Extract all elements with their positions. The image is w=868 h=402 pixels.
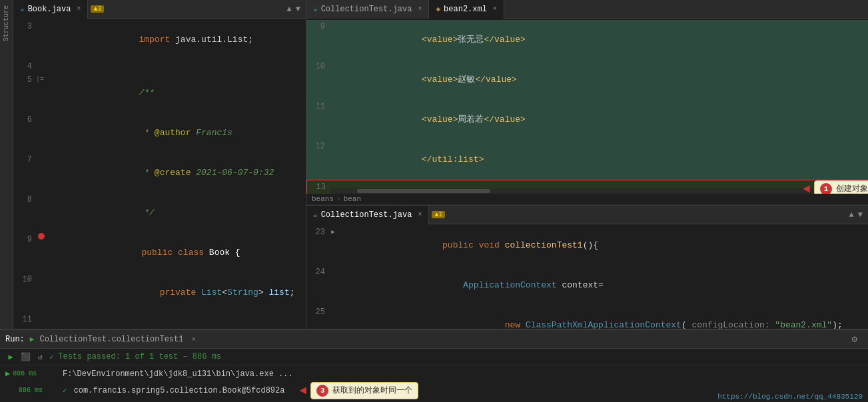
run-checkmark-2: ✓ <box>63 384 67 397</box>
right-bottom-panel: ☕ CollectionTest.java × ▲1 ▲ ▼ 23 ▶ <box>306 206 868 329</box>
code-line-4: 4 <box>13 60 306 73</box>
run-toolbar: ▶ ⬛ ↺ ✓ Tests passed: 1 of 1 test – 886 … <box>0 349 868 365</box>
right-top-tab-bar: ☕ CollectionTest.java × ◈ bean2.xml × <box>306 0 868 19</box>
warning-badge-bottom: ▲1 <box>432 211 445 218</box>
run-text-2: com.francis.spring5.collection.Book@5fcd… <box>74 384 285 397</box>
breakpoint <box>38 233 45 240</box>
run-stop-btn[interactable]: ⬛ <box>20 351 31 362</box>
java-icon: ☕ <box>20 5 25 13</box>
tests-passed-label: Tests passed: 1 of 1 test – 886 ms <box>58 352 221 361</box>
left-panel: ☕ Book.java × ▲3 ▲ ▼ 3 import jav <box>13 0 306 329</box>
structure-label: Structure <box>3 3 10 44</box>
run-test-name[interactable]: CollectionTest.collectionTest1 <box>39 335 183 344</box>
run-play-btn[interactable]: ▶ <box>5 351 16 362</box>
run-tab-bar: Run: ▶ CollectionTest.collectionTest1 × … <box>0 330 868 349</box>
tab-collection-test-top[interactable]: ☕ CollectionTest.java × <box>306 0 429 19</box>
java-icon-bottom: ☕ <box>313 210 318 219</box>
right-panel: ☕ CollectionTest.java × ◈ bean2.xml × 9 <box>306 0 868 329</box>
tab-collection-top-close[interactable]: × <box>418 5 422 13</box>
xml-line-12: 12 </util:list> <box>306 140 868 180</box>
settings-icon[interactable]: ⚙ <box>852 333 857 345</box>
test-pass-check: ✓ <box>49 352 54 362</box>
run-rerun-btn[interactable]: ↺ <box>35 351 45 362</box>
java-bottom-code-area: 23 ▶ public void collectionTest1(){ 24 A… <box>306 224 868 329</box>
tab-book-java[interactable]: ☕ Book.java × <box>13 0 88 19</box>
structure-sidebar: Structure <box>0 0 13 329</box>
java-icon-top: ☕ <box>313 5 318 13</box>
footer-url[interactable]: https://blog.csdn.net/qq_44835120 <box>712 391 868 402</box>
left-code-area: 3 import java.util.List; 4 5 |= <box>13 19 306 329</box>
arrow-annotation-1: ◄ <box>803 182 810 194</box>
tab-bean2-close[interactable]: × <box>493 5 497 13</box>
java-bottom-code-content: 23 ▶ public void collectionTest1(){ 24 A… <box>306 224 868 329</box>
annotation-3-bubble: 3 获取到的对象时同一个 <box>310 382 418 399</box>
run-play-icon: ▶ <box>30 335 35 343</box>
annotation-3-container: ◄ 3 获取到的对象时同一个 <box>299 382 418 399</box>
run-text-1: F:\DevEnvironment\jdk\jdk8_u131\bin\java… <box>63 367 293 381</box>
right-top-panel: ☕ CollectionTest.java × ◈ bean2.xml × 9 <box>306 0 868 206</box>
code-line-12: 12 P▼ public void setList(List<String> <box>13 326 306 329</box>
run-row-1: ▶ 886 ms F:\DevEnvironment\jdk\jdk8_u131… <box>0 367 868 381</box>
editors-area: Structure ☕ Book.java × ▲3 ▲ ▼ 3 <box>0 0 868 329</box>
run-tab-close[interactable]: × <box>191 335 196 343</box>
code-line-3: 3 import java.util.List; <box>13 20 306 60</box>
xml-line-9: 9 <value>张无忌</value> <box>306 20 868 60</box>
expand-bottom-btn[interactable]: ▼ <box>858 210 863 220</box>
run-ms-2: 886 ms <box>19 384 43 397</box>
code-line-8: 8 */ <box>13 193 306 233</box>
tab-collection-bottom-close[interactable]: × <box>418 211 422 218</box>
tab-collection-bottom-label: CollectionTest.java <box>321 210 412 220</box>
run-tab-label: Run: <box>5 335 25 344</box>
xml-code-content: 9 <value>张无忌</value> 10 <value>赵敏</value… <box>306 19 868 194</box>
xml-scrollbar[interactable] <box>330 188 868 194</box>
xml-icon: ◈ <box>436 5 440 13</box>
run-ms-1: 886 ms <box>13 367 37 381</box>
tab-book-java-close[interactable]: × <box>77 5 81 13</box>
right-bottom-tab-bar: ☕ CollectionTest.java × ▲1 ▲ ▼ <box>306 206 868 224</box>
collapse-left-btn[interactable]: ▲ <box>287 5 292 14</box>
tab-collection-test-bottom[interactable]: ☕ CollectionTest.java × <box>306 206 429 224</box>
arrow-annotation-3: ◄ <box>299 384 306 397</box>
left-tab-bar: ☕ Book.java × ▲3 ▲ ▼ <box>13 0 306 19</box>
java-line-24: 24 ApplicationContext context= <box>306 266 868 305</box>
annotation-3-text: 获取到的对象时同一个 <box>332 384 412 397</box>
java-line-25: 25 new ClassPathXmlApplicationContext( c… <box>306 305 868 329</box>
main-container: Structure ☕ Book.java × ▲3 ▲ ▼ 3 <box>0 0 868 402</box>
left-code-content: 3 import java.util.List; 4 5 |= <box>13 19 306 329</box>
breadcrumb-beans[interactable]: beans <box>312 195 334 203</box>
warning-badge-left: ▲3 <box>91 5 104 13</box>
expand-left-btn[interactable]: ▼ <box>296 5 300 14</box>
annotation-1-bubble: 1 创建对象 <box>814 180 868 194</box>
tab-bean2-label: bean2.xml <box>444 5 487 14</box>
annotation-1-container: ◄ 1 创建对象 <box>803 180 868 194</box>
collapse-bottom-btn[interactable]: ▲ <box>849 210 854 220</box>
xml-scrollbar-thumb[interactable] <box>357 189 490 193</box>
code-line-5: 5 |= /** <box>13 73 306 113</box>
java-line-23: 23 ▶ public void collectionTest1(){ <box>306 226 868 266</box>
run-check-1: ▶ <box>5 367 10 381</box>
code-line-9: 9 public class Book { <box>13 233 306 273</box>
code-line-10: 10 private List<String> list; <box>13 273 306 313</box>
xml-code-area: 9 <value>张无忌</value> 10 <value>赵敏</value… <box>306 19 868 194</box>
xml-breadcrumb: beans › bean <box>306 194 868 205</box>
annotation-3-number: 3 <box>316 385 328 397</box>
xml-line-11: 11 <value>周若若</value> <box>306 100 868 140</box>
code-line-6: 6 * @author Francis <box>13 113 306 153</box>
code-line-7: 7 * @create 2021-06-07-0:32 <box>13 153 306 193</box>
run-panel: Run: ▶ CollectionTest.collectionTest1 × … <box>0 329 868 402</box>
tab-book-java-label: Book.java <box>28 5 71 14</box>
breadcrumb-bean[interactable]: bean <box>344 195 361 203</box>
xml-line-10: 10 <value>赵敏</value> <box>306 60 868 100</box>
p-marker: P▼ <box>37 326 43 329</box>
tab-bean2-xml[interactable]: ◈ bean2.xml × <box>429 0 504 19</box>
annotation-1-number: 1 <box>820 183 832 194</box>
code-line-11: 11 <box>13 313 306 326</box>
tab-collection-top-label: CollectionTest.java <box>321 5 412 14</box>
annotation-1-text: 创建对象 <box>836 182 868 194</box>
